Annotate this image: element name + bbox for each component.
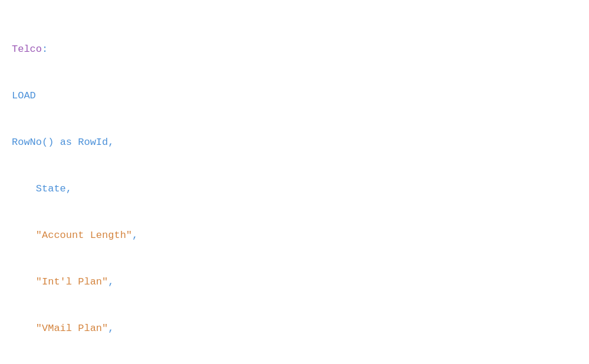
intl-plan-comma: , [108,276,114,287]
line-state: State, [12,181,577,197]
vmail-plan-indent [12,323,36,334]
account-comma: , [132,230,138,241]
intl-plan-indent [12,276,36,287]
line-load: LOAD [12,88,577,104]
rowid-label: RowId, [72,137,114,148]
line-vmail-plan: "VMail Plan", [12,321,577,336]
telco-label: Telco [12,44,42,55]
intl-plan-field: "Int'l Plan" [36,276,108,287]
account-length-field: "Account Length" [36,230,132,241]
line-telco: Telco: [12,42,577,57]
line-account: "Account Length", [12,228,577,243]
code-editor: Telco: LOAD RowNo() as RowId, State, "Ac… [12,11,577,364]
rowno-func: RowNo [12,137,42,148]
as-keyword-rowno: as [60,137,72,148]
rowno-paren: () [42,137,60,148]
vmail-plan-comma: , [108,323,114,334]
line-intl-plan: "Int'l Plan", [12,274,577,290]
telco-colon: : [42,44,48,55]
state-field: State, [12,183,72,194]
line-rowno: RowNo() as RowId, [12,135,577,150]
vmail-plan-field: "VMail Plan" [36,323,108,334]
load-keyword: LOAD [12,90,36,101]
account-indent [12,230,36,241]
